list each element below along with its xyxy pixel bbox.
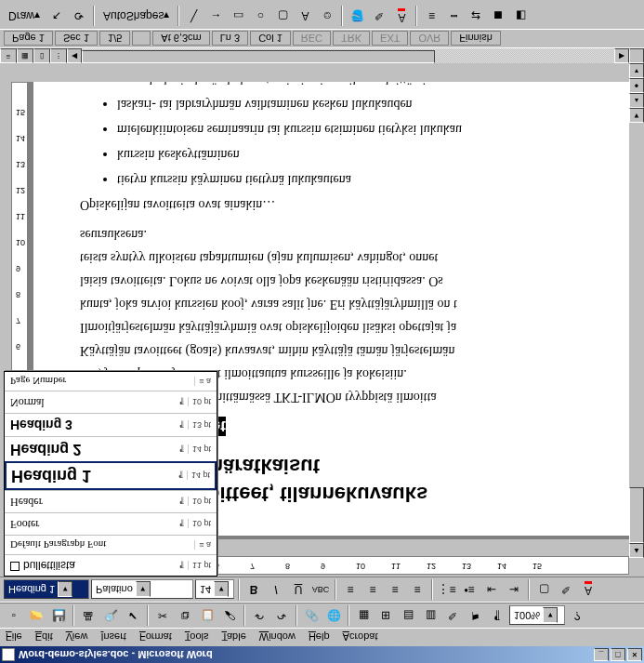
style-option[interactable]: Heading 3¶13 pt — [5, 413, 217, 436]
bold-button[interactable]: B — [243, 579, 264, 600]
style-option[interactable]: Heading 2¶14 pt — [5, 436, 217, 461]
wordart-tool[interactable]: A — [295, 7, 315, 27]
print-button[interactable]: 🖶 — [78, 605, 99, 626]
scroll-down-button[interactable]: ▼ — [629, 108, 644, 123]
paste-button[interactable]: 📋 — [197, 605, 217, 626]
body-text[interactable]: Opiskelijan tavoitteita ovat ainakin… — [80, 195, 629, 213]
style-combo[interactable]: Heading 1 ▼ — [4, 580, 89, 600]
shadow-button[interactable]: ◼ — [488, 7, 508, 27]
body-text[interactable]: Käyttäjän tavoitteet (goals) kuvaavat, m… — [80, 341, 629, 359]
align-right-button[interactable]: ≡ — [385, 579, 405, 600]
small-caps-button[interactable]: ABC — [310, 579, 331, 600]
menu-tools[interactable]: Tools — [183, 630, 211, 645]
outdent-button[interactable]: ⇤ — [481, 579, 502, 600]
bullet-list[interactable]: tietyn kurssin käyminen tiettynä lukukau… — [117, 82, 629, 188]
menu-window[interactable]: Window — [257, 630, 297, 645]
align-left-button[interactable]: ≡ — [340, 579, 361, 600]
open-button[interactable]: 📂 — [26, 605, 46, 626]
menu-edit[interactable]: Edit — [33, 630, 55, 645]
menu-insert[interactable]: Insert — [99, 630, 128, 645]
dash-style-button[interactable]: ┅ — [443, 7, 464, 27]
redo-button[interactable]: ↷ — [271, 605, 292, 626]
size-combo[interactable]: 14 ▼ — [195, 580, 234, 600]
indent-button[interactable]: ⇥ — [504, 579, 524, 600]
3d-button[interactable]: ◧ — [510, 7, 531, 27]
tables-button[interactable]: ▦ — [353, 605, 374, 626]
arrow-tool[interactable]: → — [205, 7, 226, 27]
font-color-button-2[interactable]: A — [391, 7, 412, 27]
menu-view[interactable]: View — [64, 630, 90, 645]
list-item[interactable]: tietyn kurssin käyminen tiettynä lukukau… — [117, 170, 629, 188]
page-view-button[interactable]: ▯ — [33, 48, 50, 63]
autoshapes-menu[interactable]: AutoShapes ▾ — [99, 7, 174, 27]
body-text[interactable]: seurauksena. — [80, 226, 629, 244]
justify-button[interactable]: ≡ — [407, 579, 427, 600]
style-option[interactable]: Page Number≡ a — [5, 372, 217, 391]
textbox-tool[interactable]: ▢ — [272, 7, 293, 27]
maximize-button[interactable]: □ — [611, 648, 625, 661]
fill-color-button[interactable]: 🪣 — [347, 7, 367, 27]
style-option[interactable]: Normal¶10 pt — [5, 391, 217, 413]
help-button[interactable]: ? — [567, 605, 587, 626]
style-option[interactable]: Header¶10 pt — [5, 490, 217, 512]
menu-file[interactable]: File — [4, 630, 24, 645]
rotate-button[interactable]: ⟳ — [69, 7, 89, 27]
rectangle-tool[interactable]: ▭ — [228, 7, 248, 27]
preview-button[interactable]: 🔍 — [100, 605, 121, 626]
body-text[interactable]: teista syntyy ulkoisten tapahtumien (aja… — [80, 248, 629, 266]
scroll-right-button[interactable]: ▶ — [614, 48, 629, 63]
list-item[interactable]: kurssin keskeyttäminen — [117, 145, 629, 163]
chevron-down-icon[interactable]: ▼ — [58, 582, 72, 598]
clipart-tool[interactable]: ☺ — [317, 7, 337, 27]
italic-button[interactable]: I — [266, 579, 286, 600]
spell-button[interactable]: ✔ — [123, 605, 143, 626]
line-color-button[interactable]: ✎ — [369, 7, 389, 27]
drawing-button[interactable]: ✎ — [442, 605, 463, 626]
status-rec[interactable]: REC — [293, 32, 331, 46]
list-item[interactable]: mielenkiintoisen seminaarin tai kurssin … — [117, 120, 629, 138]
scroll-left-button[interactable]: ◀ — [67, 48, 82, 63]
chevron-down-icon[interactable]: ▼ — [136, 582, 151, 598]
style-option[interactable]: Default Paragraph Font≡ a — [5, 535, 217, 554]
underline-button[interactable]: U — [288, 579, 309, 600]
numbered-list-button[interactable]: ⋮≡ — [437, 579, 457, 600]
align-center-button[interactable]: ≡ — [362, 579, 383, 600]
scroll-track[interactable] — [82, 48, 614, 63]
style-dropdown[interactable]: bullettilista¶11 ptDefault Paragraph Fon… — [4, 371, 217, 577]
select-objects-button[interactable]: ↖ — [46, 7, 67, 27]
border-button[interactable]: ▢ — [533, 579, 554, 600]
style-option[interactable]: Footer¶10 pt — [5, 512, 217, 535]
cut-button[interactable]: ✂ — [152, 605, 173, 626]
insert-table-button[interactable]: ⊞ — [375, 605, 396, 626]
map-button[interactable]: ⚑ — [465, 605, 485, 626]
prev-page-button[interactable]: ▴ — [629, 93, 644, 108]
browse-object-button[interactable]: ● — [629, 78, 644, 93]
columns-button[interactable]: ▥ — [420, 605, 440, 626]
list-item[interactable]: laskari- tai labraryhmän vaihtaminen kes… — [117, 95, 629, 113]
status-trk[interactable]: TRK — [333, 32, 370, 46]
web-toolbar-button[interactable]: 🌐 — [323, 605, 344, 626]
undo-button[interactable]: ↶ — [249, 605, 269, 626]
zoom-combo[interactable]: 100% ▼ — [509, 606, 565, 626]
scroll-up-button[interactable]: ▲ — [629, 543, 644, 558]
draw-menu[interactable]: Draw ▾ — [4, 7, 45, 27]
body-text[interactable]: laisia tavoitteita. Lokus ne voivat olla… — [80, 272, 629, 289]
excel-button[interactable]: ▤ — [398, 605, 418, 626]
style-option[interactable]: Heading 1¶14 pt — [5, 461, 217, 490]
highlight-button[interactable]: ✎ — [556, 579, 576, 600]
oval-tool[interactable]: ○ — [250, 7, 270, 27]
status-ext[interactable]: EXT — [372, 32, 408, 46]
arrow-style-button[interactable]: ⇄ — [466, 7, 486, 27]
online-view-button[interactable]: ▦ — [17, 48, 33, 63]
normal-view-button[interactable]: ≡ — [0, 48, 17, 63]
bullet-list-button[interactable]: •≡ — [459, 579, 480, 600]
body-text[interactable]: Ilmoitjärjestelmän käyttäjäryhmiä ovat o… — [80, 318, 629, 336]
chevron-down-icon[interactable]: ▼ — [543, 608, 558, 624]
copy-button[interactable]: ⧉ — [175, 605, 195, 626]
menu-acrobat[interactable]: Acrobat — [341, 630, 380, 645]
format-painter-button[interactable]: 🖌 — [219, 605, 240, 626]
hyperlink-button[interactable]: 🔗 — [301, 605, 322, 626]
font-color-button[interactable]: A — [578, 579, 598, 600]
menu-format[interactable]: Format — [138, 630, 174, 645]
show-hide-button[interactable]: ¶ — [487, 605, 507, 626]
